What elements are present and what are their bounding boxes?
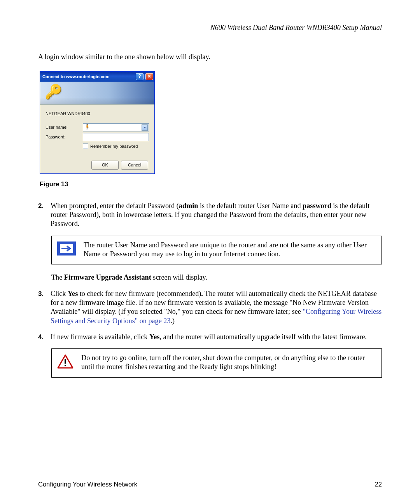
device-name: NETGEAR WNDR3400 xyxy=(46,111,149,116)
intro-text: A login window similar to the one shown … xyxy=(38,52,382,61)
text: When prompted, enter the default Passwor… xyxy=(51,202,179,210)
username-input[interactable]: 🧍 xyxy=(83,123,149,131)
warning-text: Do not try to go online, turn off the ro… xyxy=(81,354,374,372)
login-dialog: Connect to www.routerlogin.com ? ✕ 🔑 NET… xyxy=(40,71,155,174)
text: .) xyxy=(171,317,175,325)
note-box: The router User Name and Password are un… xyxy=(51,236,382,265)
text: Click xyxy=(51,290,68,298)
text: If new firmware is available, click xyxy=(51,333,149,341)
close-button[interactable]: ✕ xyxy=(145,73,153,80)
svg-rect-2 xyxy=(65,365,66,366)
text-bold: password xyxy=(303,202,331,210)
step-number: 2. xyxy=(38,201,51,229)
after-note-text: The Firmware Upgrade Assistant screen wi… xyxy=(51,273,382,282)
text-bold: admin xyxy=(179,202,198,210)
text-bold: Firmware Upgrade Assistant xyxy=(64,273,151,281)
step-4: 4. If new firmware is available, click Y… xyxy=(38,332,382,341)
text: screen will display. xyxy=(151,273,207,281)
document-header: N600 Wireless Dual Band Router WNDR3400 … xyxy=(38,23,382,32)
help-button[interactable]: ? xyxy=(136,73,144,80)
text-bold: Yes xyxy=(68,290,78,298)
step-3: 3. Click Yes to check for new firmware (… xyxy=(38,289,382,326)
keys-icon: 🔑 xyxy=(45,85,62,99)
figure-caption: Figure 13 xyxy=(40,180,382,188)
username-label: User name: xyxy=(46,124,83,130)
dialog-title: Connect to www.routerlogin.com xyxy=(42,74,135,79)
dialog-titlebar: Connect to www.routerlogin.com ? ✕ xyxy=(40,72,154,82)
text: , and the router will automatically upgr… xyxy=(159,333,367,341)
page-footer: Configuring Your Wireless Network 22 xyxy=(38,480,382,488)
cancel-button[interactable]: Cancel xyxy=(121,161,148,170)
password-input[interactable] xyxy=(83,133,149,141)
arrow-icon xyxy=(57,242,76,256)
svg-rect-1 xyxy=(65,359,66,364)
footer-section: Configuring Your Wireless Network xyxy=(38,480,137,488)
step-number: 3. xyxy=(38,289,51,326)
step-2: 2. When prompted, enter the default Pass… xyxy=(38,201,382,229)
footer-page-number: 22 xyxy=(375,480,382,488)
text: is the default router User Name and xyxy=(198,202,303,210)
note-text: The router User Name and Password are un… xyxy=(84,241,374,259)
warning-box: Do not try to go online, turn off the ro… xyxy=(51,348,382,378)
dialog-banner: 🔑 xyxy=(40,82,154,105)
remember-label: Remember my password xyxy=(90,144,138,149)
text-bold: Yes xyxy=(149,333,159,341)
text: to check for new firmware (recommended) xyxy=(78,290,201,298)
remember-checkbox[interactable] xyxy=(83,144,88,149)
ok-button[interactable]: OK xyxy=(91,161,119,170)
user-icon: 🧍 xyxy=(84,124,90,130)
text: The xyxy=(51,273,64,281)
step-number: 4. xyxy=(38,332,51,341)
warning-icon xyxy=(57,354,74,369)
password-label: Password: xyxy=(46,134,83,140)
